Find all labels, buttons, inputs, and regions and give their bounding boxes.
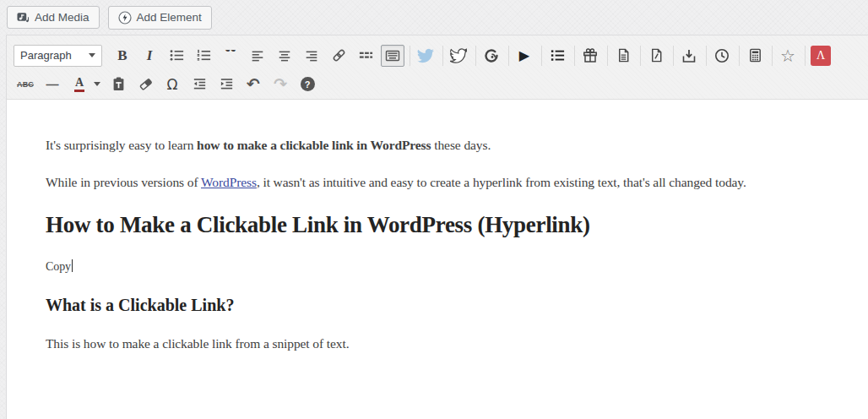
text-color-icon: A	[74, 76, 84, 91]
copy-text: Copy	[46, 260, 71, 273]
toolbar-separator	[475, 46, 476, 66]
red-lambda-button[interactable]: Λ	[809, 45, 833, 67]
blockquote-icon: “	[225, 50, 237, 62]
paragraph-text: , it wasn't as intuitive and easy to cre…	[257, 175, 746, 189]
align-right-button[interactable]	[300, 45, 323, 67]
align-right-icon	[304, 48, 319, 63]
red-lambda-icon: Λ	[811, 46, 831, 66]
toolbar-separator	[772, 46, 773, 66]
bold-text: how to make a clickable link in WordPres…	[197, 138, 431, 152]
numbered-list-icon	[196, 47, 212, 63]
undo-button[interactable]: ↶	[241, 73, 265, 95]
text-caret	[72, 259, 73, 272]
twitter-bird-icon	[417, 47, 434, 64]
toolbar-separator	[442, 46, 443, 66]
horizontal-rule-button[interactable]: —	[41, 73, 64, 95]
main-heading: How to Make a Clickable Link in WordPres…	[46, 210, 829, 240]
text-color-button[interactable]: A	[68, 73, 91, 95]
wordpress-link[interactable]: WordPress	[201, 175, 257, 189]
add-media-label: Add Media	[35, 12, 90, 24]
bulleted-list-button[interactable]	[165, 45, 188, 67]
help-button[interactable]: ?	[296, 73, 319, 95]
copy-line: Copy	[46, 258, 829, 275]
sub-heading: What is a Clickable Link?	[46, 294, 829, 316]
omega-icon: Ω	[167, 76, 178, 93]
horizontal-rule-icon: —	[46, 77, 59, 91]
document-icon	[616, 47, 632, 63]
add-media-button[interactable]: Add Media	[7, 6, 100, 29]
toolbar-separator	[673, 46, 674, 66]
link-icon	[331, 47, 347, 63]
align-center-button[interactable]	[273, 45, 296, 67]
blockquote-button[interactable]: “	[219, 45, 242, 67]
twitter-follow-button[interactable]	[447, 45, 470, 67]
chevron-down-icon	[94, 82, 100, 86]
play-button[interactable]: ▶	[513, 45, 536, 67]
lightning-bolt-icon	[118, 11, 132, 24]
insert-link-button[interactable]	[327, 45, 350, 67]
gift-icon	[582, 47, 599, 64]
outdent-button[interactable]	[187, 73, 211, 95]
editor-media-bar: Add Media Add Element	[0, 0, 868, 35]
format-select-value: Paragraph	[20, 49, 72, 62]
strikethrough-icon: ABC	[17, 80, 34, 89]
special-character-button[interactable]: Ω	[160, 73, 184, 95]
toolbar-row-2: ABC — A Ω	[14, 71, 861, 97]
visual-editor: Paragraph B I “	[6, 35, 868, 419]
redo-button[interactable]: ↷	[269, 73, 292, 95]
twitter-embed-button[interactable]	[414, 45, 437, 67]
play-icon: ▶	[519, 49, 529, 63]
toolbar-separator	[739, 46, 740, 66]
read-more-button[interactable]	[354, 45, 377, 67]
strikethrough-button[interactable]: ABC	[14, 73, 37, 95]
gift-button[interactable]	[578, 45, 602, 67]
bold-icon: B	[117, 47, 127, 64]
download-button[interactable]	[677, 45, 701, 67]
star-icon: ☆	[780, 47, 795, 64]
toolbar-separator	[410, 46, 410, 66]
add-element-button[interactable]: Add Element	[108, 6, 212, 30]
indent-button[interactable]	[214, 73, 238, 95]
toolbar-separator	[607, 46, 608, 66]
follow-signal-icon	[483, 47, 500, 64]
editor-content-area[interactable]: It's surprisingly easy to learn how to m…	[7, 100, 868, 419]
calculator-icon	[747, 47, 763, 63]
undo-icon: ↶	[247, 76, 260, 92]
tinymce-toolbar: Paragraph B I “	[7, 35, 868, 100]
toolbar-row-1: Paragraph B I “	[14, 40, 861, 71]
text-color-dropdown[interactable]	[91, 73, 103, 95]
chevron-down-icon	[89, 53, 95, 57]
twitter-bird-outline-icon	[450, 47, 467, 64]
bold-list-button[interactable]	[545, 45, 569, 67]
wordpress-editor-screen: { "colors": { "page_background": "#f0f0f…	[0, 0, 868, 419]
indent-icon	[219, 76, 235, 92]
align-left-icon	[250, 48, 265, 63]
read-more-icon	[358, 47, 374, 63]
paragraph-format-select[interactable]: Paragraph	[14, 45, 102, 67]
redo-icon: ↷	[274, 76, 287, 92]
toolbar-separator	[805, 46, 806, 66]
document-slash-button[interactable]	[644, 45, 668, 67]
paragraph-text: these days.	[431, 138, 491, 152]
clock-button[interactable]	[710, 45, 734, 67]
paste-as-text-button[interactable]	[106, 73, 130, 95]
paragraph-history: While in previous versions of WordPress,…	[46, 173, 829, 192]
paragraph-text: While in previous versions of	[46, 175, 201, 189]
align-center-icon	[277, 48, 292, 63]
follow-signal-button[interactable]	[480, 45, 503, 67]
align-left-button[interactable]	[246, 45, 269, 67]
eraser-icon	[138, 76, 154, 92]
clear-formatting-button[interactable]	[133, 73, 157, 95]
toolbar-separator	[706, 46, 707, 66]
calculator-button[interactable]	[743, 45, 767, 67]
document-button[interactable]	[611, 45, 635, 67]
toolbar-separator	[640, 46, 641, 66]
italic-icon: I	[147, 47, 153, 64]
italic-button[interactable]: I	[138, 45, 161, 67]
help-icon: ?	[301, 77, 315, 91]
toolbar-separator	[574, 46, 575, 66]
toolbar-toggle-button[interactable]	[381, 45, 404, 67]
bold-button[interactable]: B	[111, 45, 134, 67]
star-button[interactable]: ☆	[776, 45, 800, 67]
numbered-list-button[interactable]	[192, 45, 215, 67]
